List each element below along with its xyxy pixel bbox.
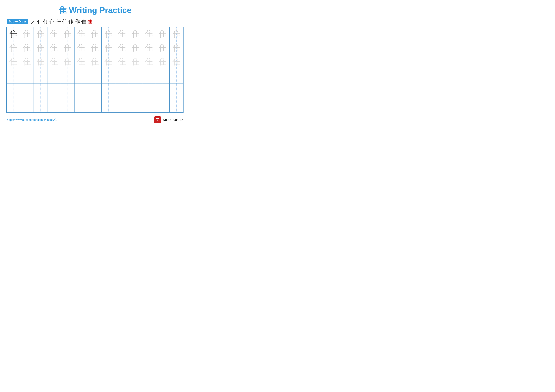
- grid-row-3: 隹 隹 隹 隹 隹 隹 隹 隹 隹 隹 隹 隹 隹: [7, 55, 183, 69]
- grid-cell[interactable]: 隹: [88, 27, 102, 41]
- grid-cell[interactable]: [34, 69, 47, 83]
- grid-cell[interactable]: 隹: [7, 27, 20, 41]
- grid-cell[interactable]: [7, 98, 20, 112]
- grid-cell[interactable]: 隹: [129, 41, 143, 55]
- grid-cell[interactable]: [88, 84, 102, 98]
- grid-cell[interactable]: [156, 69, 170, 83]
- grid-cell[interactable]: 隹: [74, 27, 88, 41]
- grid-cell[interactable]: [34, 84, 47, 98]
- grid-cell[interactable]: [47, 69, 61, 83]
- stroke-7: 作: [68, 19, 73, 24]
- grid-cell[interactable]: 隹: [74, 41, 88, 55]
- char-display: 隹: [145, 30, 153, 38]
- grid-cell[interactable]: [20, 69, 34, 83]
- grid-cell[interactable]: 隹: [34, 55, 47, 69]
- brand-icon: 字: [154, 116, 161, 123]
- grid-cell[interactable]: 隹: [142, 27, 156, 41]
- char-display: 隹: [23, 58, 31, 66]
- grid-cell[interactable]: 隹: [7, 55, 20, 69]
- grid-cell[interactable]: [61, 98, 74, 112]
- grid-cell[interactable]: 隹: [170, 55, 183, 69]
- grid-cell[interactable]: [47, 84, 61, 98]
- grid-cell[interactable]: 隹: [61, 55, 74, 69]
- grid-cell[interactable]: [7, 84, 20, 98]
- grid-cell[interactable]: [102, 84, 115, 98]
- char-display: 隹: [37, 30, 45, 38]
- grid-row-2: 隹 隹 隹 隹 隹 隹 隹 隹 隹 隹 隹 隹 隹: [7, 41, 183, 55]
- grid-cell[interactable]: [88, 69, 102, 83]
- grid-cell[interactable]: 隹: [20, 41, 34, 55]
- grid-cell[interactable]: 隹: [34, 41, 47, 55]
- grid-cell[interactable]: 隹: [34, 27, 47, 41]
- grid-cell[interactable]: [74, 84, 88, 98]
- grid-cell[interactable]: 隹: [142, 55, 156, 69]
- grid-cell[interactable]: [170, 84, 183, 98]
- grid-cell[interactable]: [102, 69, 115, 83]
- grid-cell[interactable]: [129, 84, 143, 98]
- grid-cell[interactable]: 隹: [115, 27, 129, 41]
- grid-cell[interactable]: [7, 69, 20, 83]
- char-display: 隹: [91, 44, 99, 52]
- grid-cell[interactable]: 隹: [156, 55, 170, 69]
- grid-cell[interactable]: [88, 98, 102, 112]
- grid-cell[interactable]: [142, 98, 156, 112]
- grid-cell[interactable]: 隹: [74, 55, 88, 69]
- grid-cell[interactable]: [142, 69, 156, 83]
- grid-cell[interactable]: 隹: [61, 41, 74, 55]
- grid-cell[interactable]: [129, 69, 143, 83]
- grid-cell[interactable]: 隹: [170, 41, 183, 55]
- grid-cell[interactable]: [34, 98, 47, 112]
- grid-cell[interactable]: [74, 98, 88, 112]
- grid-cell[interactable]: 隹: [156, 41, 170, 55]
- grid-cell[interactable]: 隹: [102, 55, 115, 69]
- grid-cell[interactable]: [129, 98, 143, 112]
- grid-cell[interactable]: 隹: [7, 41, 20, 55]
- stroke-4: 仆: [50, 19, 55, 24]
- footer: https://www.strokeorder.com/chinese/隹 字 …: [6, 116, 183, 123]
- grid-cell[interactable]: [170, 98, 183, 112]
- grid-cell[interactable]: [156, 98, 170, 112]
- grid-cell[interactable]: 隹: [115, 55, 129, 69]
- grid-cell[interactable]: 隹: [47, 27, 61, 41]
- stroke-5: 仟: [56, 19, 61, 24]
- char-display: 隹: [91, 30, 99, 38]
- grid-cell[interactable]: [115, 69, 129, 83]
- grid-cell[interactable]: [115, 98, 129, 112]
- grid-cell[interactable]: 隹: [61, 27, 74, 41]
- char-display: 隹: [63, 30, 72, 38]
- grid-cell[interactable]: 隹: [129, 27, 143, 41]
- char-display: 隹: [9, 44, 17, 52]
- grid-cell[interactable]: 隹: [102, 27, 115, 41]
- grid-cell[interactable]: 隹: [170, 27, 183, 41]
- grid-cell[interactable]: 隹: [142, 41, 156, 55]
- grid-cell[interactable]: [20, 98, 34, 112]
- footer-url[interactable]: https://www.strokeorder.com/chinese/隹: [7, 118, 57, 122]
- char-display: 隹: [77, 44, 85, 52]
- grid-cell[interactable]: 隹: [115, 41, 129, 55]
- grid-cell[interactable]: [47, 98, 61, 112]
- grid-cell[interactable]: 隹: [129, 55, 143, 69]
- grid-cell[interactable]: [102, 98, 115, 112]
- grid-cell[interactable]: 隹: [20, 27, 34, 41]
- grid-cell[interactable]: 隹: [156, 27, 170, 41]
- grid-cell[interactable]: [74, 69, 88, 83]
- char-display: 隹: [159, 58, 167, 66]
- char-display: 隹: [172, 30, 181, 38]
- char-display: 隹: [63, 44, 72, 52]
- char-display: 隹: [159, 30, 167, 38]
- char-display: 隹: [77, 58, 85, 66]
- grid-cell[interactable]: 隹: [102, 41, 115, 55]
- grid-cell[interactable]: 隹: [88, 55, 102, 69]
- grid-cell[interactable]: 隹: [20, 55, 34, 69]
- char-display: 隹: [145, 44, 153, 52]
- grid-cell[interactable]: [170, 69, 183, 83]
- grid-cell[interactable]: [142, 84, 156, 98]
- grid-cell[interactable]: 隹: [47, 55, 61, 69]
- grid-cell[interactable]: [61, 69, 74, 83]
- grid-cell[interactable]: [115, 84, 129, 98]
- grid-cell[interactable]: [61, 84, 74, 98]
- grid-cell[interactable]: 隹: [47, 41, 61, 55]
- grid-cell[interactable]: [156, 84, 170, 98]
- grid-cell[interactable]: [20, 84, 34, 98]
- grid-cell[interactable]: 隹: [88, 41, 102, 55]
